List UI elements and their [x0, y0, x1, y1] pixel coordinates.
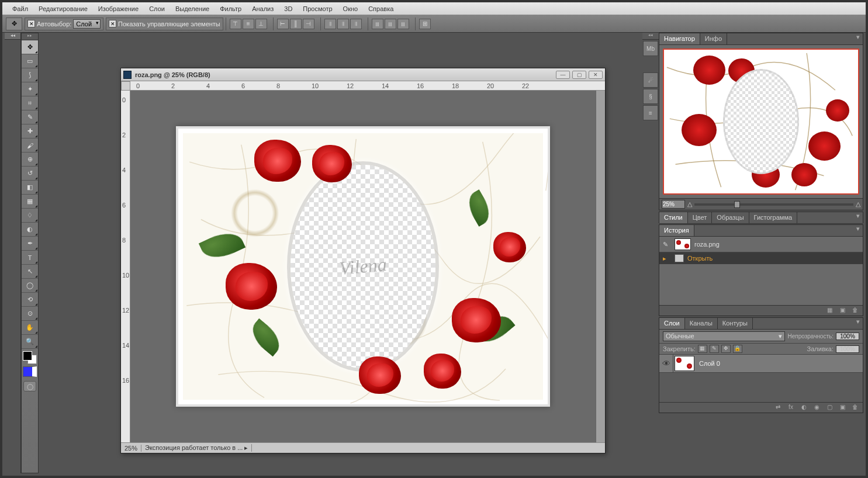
auto-align-icon[interactable]: ⊞	[419, 19, 431, 29]
layer-visibility-icon[interactable]: 👁	[659, 355, 673, 372]
align-top-icon[interactable]: ⊤	[230, 19, 241, 29]
right-collapse-icon[interactable]: ◂◂	[642, 33, 659, 40]
brush-tool[interactable]: 🖌	[22, 138, 38, 153]
autoselect-dropdown[interactable]: Слой	[73, 19, 101, 29]
tab-history[interactable]: История	[659, 225, 694, 236]
menu-analysis[interactable]: Анализ	[247, 4, 279, 14]
layer-row[interactable]: 👁 Слой 0	[659, 355, 863, 373]
document-window[interactable]: roza.png @ 25% (RGB/8) — ▢ ✕ 0 2 4 6 8 1…	[120, 68, 606, 453]
menu-edit[interactable]: Редактирование	[33, 4, 93, 14]
distribute-hcenter-icon[interactable]: ⫼	[385, 19, 396, 29]
doc-status-text[interactable]: Экспозиция работает только в ...	[141, 444, 252, 452]
path-select-tool[interactable]: ↖	[22, 265, 38, 279]
eyedropper-tool[interactable]: ✎	[22, 110, 38, 124]
history-brush-source-icon[interactable]: ✎	[663, 241, 671, 248]
doc-scroll-vertical[interactable]	[596, 91, 605, 442]
adjustment-layer-icon[interactable]: ◉	[811, 404, 822, 412]
fill-input[interactable]: 100%	[836, 345, 859, 353]
navigator-zoom-input[interactable]	[662, 200, 685, 209]
align-right-icon[interactable]: ⊣	[303, 19, 314, 29]
panel-menu-icon[interactable]: ▾	[853, 212, 863, 223]
align-hcenter-icon[interactable]: ║	[290, 19, 302, 29]
brushes-icon[interactable]: ☄	[643, 72, 658, 88]
distribute-right-icon[interactable]: ⫼	[397, 19, 409, 29]
gradient-tool[interactable]: ▦	[22, 195, 38, 209]
align-bottom-icon[interactable]: ⊥	[255, 19, 267, 29]
minibridge-icon[interactable]: Mb	[643, 41, 658, 56]
history-step[interactable]: ▸ Открыть	[659, 252, 863, 264]
menu-help[interactable]: Справка	[363, 4, 399, 14]
shape-tool[interactable]: ◯	[22, 279, 38, 293]
ruler-vertical[interactable]: 0 2 4 6 8 10 12 14 16	[121, 91, 130, 442]
dodge-tool[interactable]: ◐	[22, 223, 38, 237]
panel-menu-icon[interactable]: ▾	[853, 318, 863, 329]
delete-layer-icon[interactable]: 🗑	[850, 404, 860, 412]
navigator-thumbnail[interactable]	[663, 49, 859, 195]
new-layer-icon[interactable]: ▣	[837, 404, 848, 412]
navigator-zoom-slider[interactable]	[694, 203, 853, 206]
layer-fx-icon[interactable]: fx	[786, 404, 796, 412]
layer-group-icon[interactable]: ▢	[824, 404, 835, 412]
rotate3d-tool[interactable]: ⟲	[22, 293, 38, 307]
lasso-tool[interactable]: ⟆	[22, 68, 38, 82]
wand-tool[interactable]: ✦	[22, 82, 38, 96]
crop-tool[interactable]: ⌗	[22, 96, 38, 110]
eraser-tool[interactable]: ◧	[22, 181, 38, 195]
menu-file[interactable]: Файл	[7, 4, 33, 14]
zoom-out-icon[interactable]: △	[687, 200, 692, 208]
move-tool[interactable]: ✥	[22, 40, 38, 54]
distribute-vcenter-icon[interactable]: ⫴	[337, 19, 349, 29]
link-layers-icon[interactable]: ⇄	[773, 404, 783, 412]
tab-layers[interactable]: Слои	[659, 318, 685, 329]
pen-tool[interactable]: ✒	[22, 237, 38, 251]
zoom-tool[interactable]: 🔍	[22, 335, 38, 349]
menu-layer[interactable]: Слои	[144, 4, 170, 14]
opacity-input[interactable]: 100%	[836, 332, 859, 340]
quickmask-toggle[interactable]	[23, 381, 36, 392]
autoselect-checkbox[interactable]: ✕	[27, 20, 35, 27]
show-transform-checkbox[interactable]: ✕	[109, 20, 116, 27]
lock-position-icon[interactable]: ✥	[721, 345, 731, 353]
tab-channels[interactable]: Каналы	[685, 318, 718, 329]
align-vcenter-icon[interactable]: ≡	[243, 19, 254, 29]
tab-navigator[interactable]: Навигатор	[659, 33, 700, 44]
distribute-left-icon[interactable]: ⫼	[372, 19, 383, 29]
menu-view[interactable]: Просмотр	[298, 4, 337, 14]
document-titlebar[interactable]: roza.png @ 25% (RGB/8) — ▢ ✕	[121, 68, 605, 81]
tab-histogram[interactable]: Гистограмма	[749, 212, 798, 223]
left-collapse-icon[interactable]: ◂◂	[5, 33, 20, 40]
foreground-swatch[interactable]	[23, 351, 32, 361]
menu-3d[interactable]: 3D	[279, 4, 298, 14]
blend-mode-dropdown[interactable]: Обычные ▾	[663, 331, 785, 341]
distribute-top-icon[interactable]: ⫴	[324, 19, 336, 29]
maximize-icon[interactable]: ▢	[572, 71, 586, 79]
clone-icon[interactable]: §	[643, 89, 658, 104]
document-canvas[interactable]: Vilena	[130, 91, 596, 442]
layer-name[interactable]: Слой 0	[696, 360, 724, 367]
marquee-tool[interactable]: ▭	[22, 54, 38, 68]
ruler-origin[interactable]	[121, 81, 130, 91]
panel-menu-icon[interactable]: ▾	[853, 225, 863, 236]
orbit3d-tool[interactable]: ⊙	[22, 307, 38, 321]
tab-styles[interactable]: Стили	[659, 212, 688, 223]
hand-tool[interactable]: ✋	[22, 321, 38, 335]
tab-color[interactable]: Цвет	[688, 212, 713, 223]
color-indicator[interactable]	[23, 366, 37, 377]
menu-window[interactable]: Окно	[338, 4, 364, 14]
lock-transparency-icon[interactable]: ▦	[698, 345, 707, 353]
new-doc-from-state-icon[interactable]: ▦	[824, 307, 835, 315]
lock-pixels-icon[interactable]: ✎	[710, 345, 719, 353]
layer-thumbnail[interactable]	[675, 356, 694, 371]
delete-state-icon[interactable]: 🗑	[850, 307, 860, 315]
color-swatches[interactable]	[22, 349, 38, 379]
type-tool[interactable]: T	[22, 251, 38, 265]
history-snapshot[interactable]: ✎ roza.png	[659, 237, 863, 252]
new-snapshot-icon[interactable]: ▣	[837, 307, 848, 315]
blur-tool[interactable]: ♢	[22, 209, 38, 223]
layer-mask-icon[interactable]: ◐	[798, 404, 809, 412]
heal-tool[interactable]: ✚	[22, 124, 38, 138]
zoom-in-icon[interactable]: △	[856, 200, 860, 208]
menu-filter[interactable]: Фильтр	[215, 4, 247, 14]
close-icon[interactable]: ✕	[589, 71, 603, 79]
tab-paths[interactable]: Контуры	[718, 318, 753, 329]
